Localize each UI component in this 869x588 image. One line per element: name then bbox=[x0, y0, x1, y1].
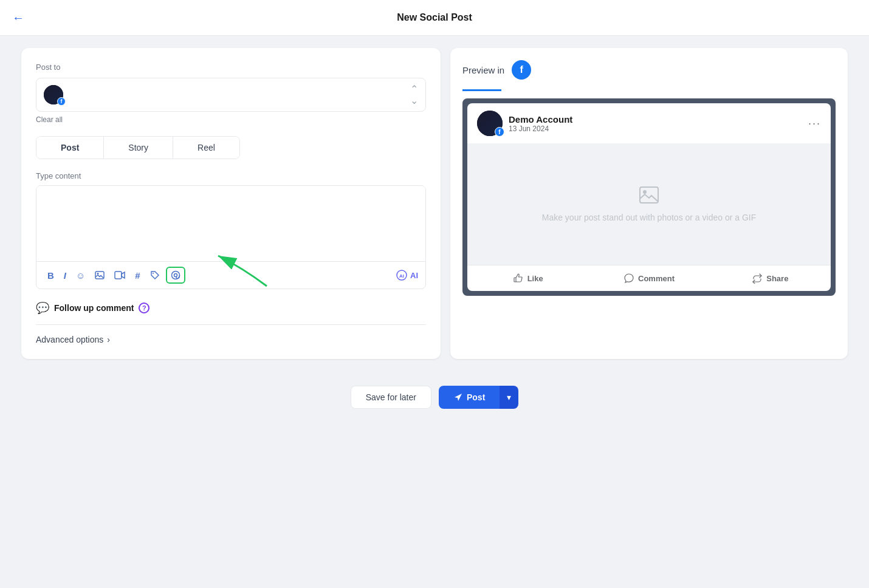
preview-label: Preview in bbox=[462, 65, 504, 75]
advanced-options[interactable]: Advanced options › bbox=[36, 335, 426, 344]
svg-rect-2 bbox=[115, 272, 122, 279]
left-panel: Post to f ⌃⌄ Clear all Post Story Reel T… bbox=[21, 48, 441, 359]
select-chevron-icon: ⌃⌄ bbox=[410, 83, 418, 106]
video-icon bbox=[114, 271, 125, 279]
fb-avatar: f bbox=[477, 111, 503, 136]
like-icon bbox=[513, 273, 524, 284]
green-arrow bbox=[182, 244, 279, 292]
video-button[interactable] bbox=[111, 268, 129, 282]
help-icon[interactable]: ? bbox=[139, 303, 149, 313]
comment-label: Comment bbox=[638, 274, 675, 283]
follow-up-label: Follow up comment bbox=[54, 303, 134, 313]
tab-story[interactable]: Story bbox=[104, 137, 173, 159]
tag-icon bbox=[150, 270, 160, 280]
facebook-icon: f bbox=[512, 60, 531, 80]
fb-post-preview: f Demo Account 13 Jun 2024 ··· bbox=[462, 98, 836, 296]
svg-point-3 bbox=[153, 273, 154, 274]
italic-button[interactable]: I bbox=[60, 268, 70, 283]
content-label: Type content bbox=[36, 171, 426, 180]
svg-text:AI: AI bbox=[399, 273, 404, 279]
hashtag-button[interactable]: # bbox=[131, 268, 143, 283]
preview-header: Preview in f bbox=[462, 60, 836, 80]
share-label: Share bbox=[766, 274, 788, 283]
svg-rect-9 bbox=[640, 187, 658, 203]
chat-bubble-icon: 💬 bbox=[36, 301, 49, 315]
image-icon bbox=[95, 271, 105, 279]
svg-point-5 bbox=[174, 274, 177, 277]
share-button[interactable]: Share bbox=[710, 268, 831, 289]
send-icon bbox=[453, 392, 463, 402]
fb-image-hint: Make your post stand out with photos or … bbox=[542, 213, 757, 222]
account-avatar: f bbox=[44, 85, 63, 104]
post-to-select[interactable]: f ⌃⌄ bbox=[36, 78, 426, 112]
svg-point-1 bbox=[97, 273, 99, 275]
fb-more-button[interactable]: ··· bbox=[808, 117, 821, 130]
back-button[interactable]: ← bbox=[12, 11, 24, 25]
follow-up-section: 💬 Follow up comment ? bbox=[36, 301, 426, 325]
fb-account-name: Demo Account bbox=[509, 114, 572, 125]
ai-icon: AI bbox=[396, 269, 408, 281]
advanced-label: Advanced options bbox=[36, 335, 103, 344]
chevron-right-icon: › bbox=[107, 335, 110, 344]
post-to-label: Post to bbox=[36, 63, 426, 72]
preview-underline bbox=[462, 89, 501, 91]
image-placeholder-icon bbox=[639, 186, 659, 208]
like-label: Like bbox=[527, 274, 543, 283]
tag-button[interactable] bbox=[146, 268, 163, 282]
bold-button[interactable]: B bbox=[44, 268, 58, 283]
tab-reel[interactable]: Reel bbox=[173, 137, 239, 159]
post-type-tabs: Post Story Reel bbox=[36, 136, 240, 159]
comment-button[interactable]: Comment bbox=[588, 268, 709, 289]
save-later-button[interactable]: Save for later bbox=[351, 386, 431, 409]
fb-post-image-area: Make your post stand out with photos or … bbox=[467, 143, 831, 265]
post-btn-group: Post ▾ bbox=[439, 386, 518, 409]
like-button[interactable]: Like bbox=[467, 268, 588, 289]
image-button[interactable] bbox=[91, 268, 108, 282]
fb-avatar-badge: f bbox=[495, 127, 504, 137]
fb-post-actions: Like Comment bbox=[467, 265, 831, 291]
fb-post-header: f Demo Account 13 Jun 2024 ··· bbox=[467, 103, 831, 143]
page-header: ← New Social Post bbox=[0, 0, 869, 36]
post-label: Post bbox=[467, 392, 485, 402]
fb-post-date: 13 Jun 2024 bbox=[509, 125, 572, 133]
svg-point-10 bbox=[643, 190, 647, 194]
post-dropdown-button[interactable]: ▾ bbox=[500, 386, 518, 409]
comment-icon bbox=[623, 273, 634, 284]
ai-label: AI bbox=[410, 271, 418, 280]
mention-icon bbox=[171, 270, 180, 280]
fb-badge: f bbox=[57, 97, 66, 106]
bottom-actions: Save for later Post ▾ bbox=[0, 386, 869, 409]
post-button[interactable]: Post bbox=[439, 386, 500, 409]
right-panel: Preview in f f Demo Account 13 Jun 2024 bbox=[450, 48, 848, 359]
tab-post[interactable]: Post bbox=[36, 137, 104, 159]
share-icon bbox=[752, 273, 763, 284]
emoji-button[interactable]: ☺ bbox=[72, 268, 89, 283]
main-layout: Post to f ⌃⌄ Clear all Post Story Reel T… bbox=[9, 36, 860, 371]
ai-button[interactable]: AI AI bbox=[396, 269, 418, 281]
clear-all-link[interactable]: Clear all bbox=[36, 115, 426, 124]
page-title: New Social Post bbox=[397, 12, 472, 23]
